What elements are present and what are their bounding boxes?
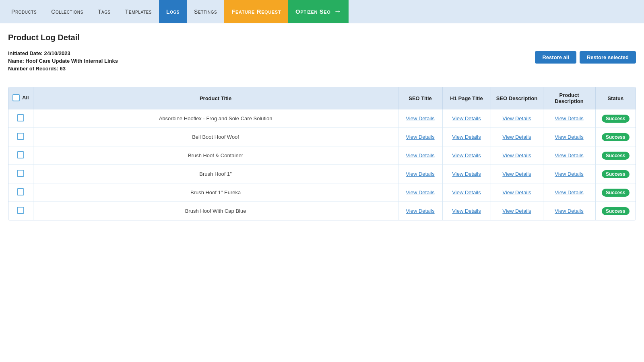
navigation: Products Collections Tags Templates Logs… [0, 0, 644, 23]
view-details-h1-link[interactable]: View Details [452, 134, 481, 140]
cell-h1-title: View Details [442, 165, 491, 183]
cell-seo-title: View Details [398, 202, 442, 220]
view-details-prd-desc-link[interactable]: View Details [555, 152, 583, 158]
cell-product-description: View Details [543, 183, 595, 202]
row-checkbox-cell [8, 183, 33, 202]
row-checkbox[interactable] [17, 151, 24, 158]
table-row: Bell Boot Hoof WoofView DetailsView Deta… [8, 128, 636, 146]
restore-all-button[interactable]: Restore all [535, 51, 576, 64]
view-details-seo-desc-link[interactable]: View Details [502, 115, 531, 121]
view-details-seo-desc-link[interactable]: View Details [502, 171, 531, 177]
table-row: Brush Hoof & ContainerView DetailsView D… [8, 146, 636, 165]
nav-feature-request[interactable]: Feature Request [224, 0, 288, 23]
cell-status: Success [595, 165, 636, 183]
cell-seo-description: View Details [491, 146, 543, 165]
row-checkbox-cell [8, 146, 33, 165]
view-details-h1-link[interactable]: View Details [452, 189, 481, 195]
nav-optizen-seo[interactable]: Optizen Seo → [288, 0, 349, 23]
view-details-prd-desc-link[interactable]: View Details [555, 208, 583, 214]
select-all-checkbox[interactable] [12, 94, 20, 101]
header-h1-page-title: H1 Page Title [442, 87, 491, 109]
cell-h1-title: View Details [442, 109, 491, 128]
table-row: Absorbine Hooflex - Frog and Sole Care S… [8, 109, 636, 128]
cell-product-title: Brush Hoof & Container [33, 146, 398, 165]
action-buttons: Restore all Restore selected [535, 51, 636, 64]
row-checkbox-cell [8, 165, 33, 183]
header-seo-title: SEO Title [398, 87, 442, 109]
nav-tags[interactable]: Tags [91, 0, 118, 23]
cell-product-title: Brush Hoof 1" [33, 165, 398, 183]
view-details-seo-desc-link[interactable]: View Details [502, 134, 531, 140]
view-details-prd-desc-link[interactable]: View Details [555, 134, 583, 140]
view-details-prd-desc-link[interactable]: View Details [555, 115, 583, 121]
row-checkbox[interactable] [17, 133, 24, 140]
row-checkbox[interactable] [17, 170, 24, 177]
cell-status: Success [595, 202, 636, 220]
view-details-h1-link[interactable]: View Details [452, 208, 481, 214]
meta-records: Number of Records: 63 [8, 66, 118, 72]
nav-settings[interactable]: Settings [187, 0, 224, 23]
view-details-seo-link[interactable]: View Details [406, 152, 434, 158]
meta-section: Initiated Date: 24/10/2023 Name: Hoof Ca… [8, 50, 118, 73]
view-details-seo-desc-link[interactable]: View Details [502, 208, 531, 214]
table-row: Brush Hoof With Cap BlueView DetailsView… [8, 202, 636, 220]
status-badge: Success [602, 133, 630, 141]
cell-status: Success [595, 146, 636, 165]
view-details-seo-link[interactable]: View Details [406, 208, 434, 214]
header-checkbox: All [8, 87, 33, 109]
status-badge: Success [602, 207, 630, 215]
status-badge: Success [602, 152, 630, 160]
cell-h1-title: View Details [442, 183, 491, 202]
name-label: Name: [8, 58, 24, 64]
view-details-seo-desc-link[interactable]: View Details [502, 152, 531, 158]
page-body: Product Log Detail Initiated Date: 24/10… [0, 23, 644, 230]
cell-seo-description: View Details [491, 202, 543, 220]
row-checkbox-cell [8, 128, 33, 146]
status-badge: Success [602, 115, 630, 123]
view-details-seo-link[interactable]: View Details [406, 189, 434, 195]
cell-seo-title: View Details [398, 128, 442, 146]
name-value: Hoof Care Update With Internal Links [25, 58, 118, 64]
restore-selected-button[interactable]: Restore selected [580, 51, 636, 64]
cell-seo-title: View Details [398, 183, 442, 202]
cell-seo-description: View Details [491, 109, 543, 128]
view-details-h1-link[interactable]: View Details [452, 152, 481, 158]
view-details-seo-link[interactable]: View Details [406, 134, 434, 140]
page-title: Product Log Detail [8, 33, 636, 42]
row-checkbox[interactable] [17, 188, 24, 195]
view-details-seo-link[interactable]: View Details [406, 171, 434, 177]
meta-initiated-date: Initiated Date: 24/10/2023 [8, 50, 118, 56]
cell-seo-description: View Details [491, 128, 543, 146]
row-checkbox[interactable] [17, 207, 24, 214]
header-row: Initiated Date: 24/10/2023 Name: Hoof Ca… [8, 50, 636, 80]
table-header-row: All Product Title SEO Title H1 Page Titl… [8, 87, 636, 109]
view-details-prd-desc-link[interactable]: View Details [555, 189, 583, 195]
cell-status: Success [595, 128, 636, 146]
initiated-date-value: 24/10/2023 [44, 50, 70, 56]
header-product-title: Product Title [33, 87, 398, 109]
nav-templates[interactable]: Templates [118, 0, 159, 23]
nav-collections[interactable]: Collections [44, 0, 91, 23]
view-details-h1-link[interactable]: View Details [452, 171, 481, 177]
row-checkbox[interactable] [17, 114, 24, 121]
view-details-h1-link[interactable]: View Details [452, 115, 481, 121]
log-table: All Product Title SEO Title H1 Page Titl… [8, 87, 636, 220]
view-details-seo-desc-link[interactable]: View Details [502, 189, 531, 195]
cell-product-description: View Details [543, 146, 595, 165]
cell-product-title: Bell Boot Hoof Woof [33, 128, 398, 146]
cell-product-title: Brush Hoof 1" Eureka [33, 183, 398, 202]
status-badge: Success [602, 170, 630, 178]
nav-logs[interactable]: Logs [159, 0, 187, 23]
table-row: Brush Hoof 1"View DetailsView DetailsVie… [8, 165, 636, 183]
cell-h1-title: View Details [442, 202, 491, 220]
initiated-date-label: Initiated Date: [8, 50, 43, 56]
cell-product-title: Absorbine Hooflex - Frog and Sole Care S… [33, 109, 398, 128]
table-row: Brush Hoof 1" EurekaView DetailsView Det… [8, 183, 636, 202]
view-details-seo-link[interactable]: View Details [406, 115, 434, 121]
view-details-prd-desc-link[interactable]: View Details [555, 171, 583, 177]
status-badge: Success [602, 189, 630, 197]
cell-product-title: Brush Hoof With Cap Blue [33, 202, 398, 220]
cell-seo-title: View Details [398, 109, 442, 128]
nav-products[interactable]: Products [4, 0, 44, 23]
meta-name: Name: Hoof Care Update With Internal Lin… [8, 58, 118, 64]
